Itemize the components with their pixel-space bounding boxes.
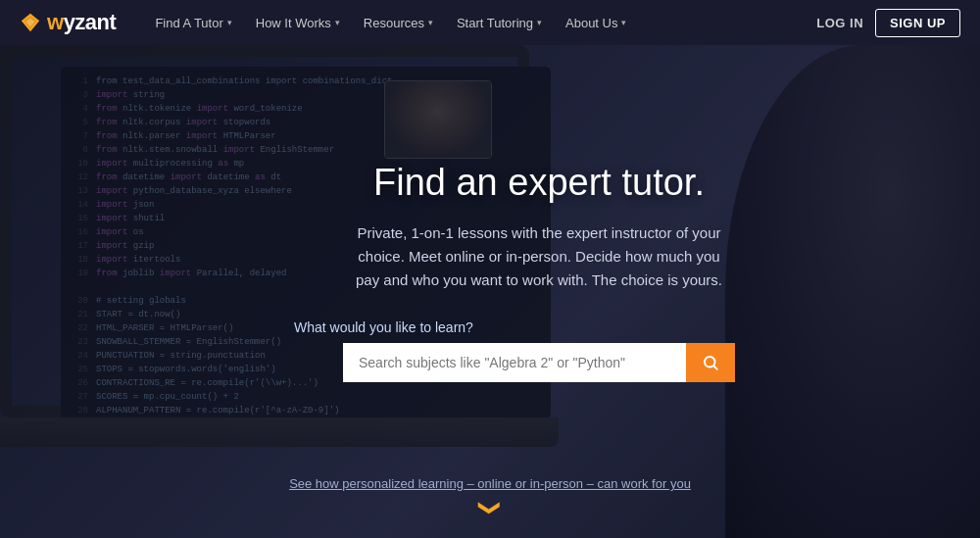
nav-find-tutor[interactable]: Find A Tutor ▾	[145, 0, 241, 45]
chevron-down-icon: ▾	[537, 18, 542, 27]
chevron-down-icon: ▾	[335, 18, 340, 27]
nav-auth: LOG IN SIGN UP	[816, 9, 960, 37]
bottom-link[interactable]: See how personalized learning – online o…	[289, 476, 691, 491]
hero-section: 1from test_data_all_combinations import …	[0, 0, 980, 538]
login-button[interactable]: LOG IN	[816, 16, 863, 30]
logo[interactable]: wyzant	[20, 10, 116, 35]
search-icon	[702, 354, 719, 371]
signup-button[interactable]: SIGN UP	[875, 9, 960, 37]
logo-text: wyzant	[47, 10, 116, 35]
search-input[interactable]	[343, 343, 686, 382]
search-label: What would you like to learn?	[294, 319, 473, 335]
hero-subtitle: Private, 1-on-1 lessons with the expert …	[353, 221, 725, 292]
search-button[interactable]	[686, 343, 735, 382]
nav-resources[interactable]: Resources ▾	[354, 0, 443, 45]
bottom-link-area: See how personalized learning – online o…	[0, 476, 980, 518]
chevron-down-icon: ▾	[621, 18, 626, 27]
chevron-down-icon: ▾	[428, 18, 433, 27]
chevron-down-icon: ▾	[227, 18, 232, 27]
svg-line-4	[713, 366, 716, 368]
navbar: wyzant Find A Tutor ▾ How It Works ▾ Res…	[0, 0, 980, 45]
nav-about-us[interactable]: About Us ▾	[556, 0, 636, 45]
scroll-down-icon[interactable]: ❯	[479, 499, 501, 516]
hero-title: Find an expert tutor.	[373, 162, 705, 204]
hero-content: Find an expert tutor. Private, 1-on-1 le…	[0, 45, 980, 538]
nav-start-tutoring[interactable]: Start Tutoring ▾	[447, 0, 552, 45]
nav-links: Find A Tutor ▾ How It Works ▾ Resources …	[145, 0, 816, 45]
nav-how-it-works[interactable]: How It Works ▾	[246, 0, 350, 45]
search-box	[343, 343, 735, 382]
logo-icon	[20, 12, 41, 33]
